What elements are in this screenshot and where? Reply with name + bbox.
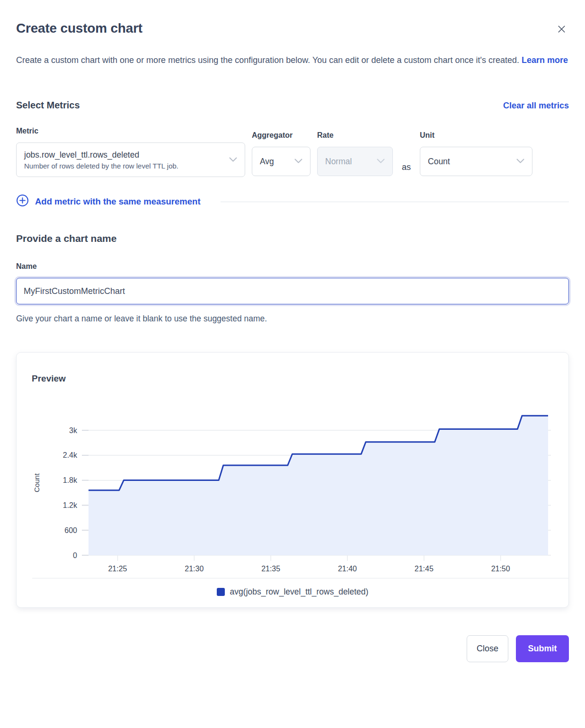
- svg-text:21:45: 21:45: [415, 565, 434, 573]
- aggregator-field-column: Aggregator Avg: [252, 127, 310, 176]
- close-button[interactable]: [554, 22, 569, 38]
- svg-text:21:50: 21:50: [491, 565, 510, 573]
- aggregator-select[interactable]: Avg: [252, 147, 310, 176]
- clear-all-metrics-link[interactable]: Clear all metrics: [503, 101, 569, 111]
- svg-text:1.8k: 1.8k: [63, 476, 78, 484]
- unit-field-column: Unit Count: [420, 127, 532, 176]
- close-modal-button[interactable]: Close: [467, 635, 508, 662]
- chart-legend: avg(jobs_row_level_ttl_rows_deleted): [32, 587, 553, 607]
- modal-header: Create custom chart: [16, 21, 569, 38]
- unit-select-value: Count: [428, 157, 450, 167]
- preview-chart: 06001.2k1.8k2.4k3k21:2521:3021:3521:4021…: [32, 390, 554, 576]
- plus-circle-icon: [16, 194, 29, 209]
- close-icon: [556, 29, 567, 36]
- rate-label: Rate: [317, 131, 393, 140]
- svg-text:21:25: 21:25: [108, 565, 127, 573]
- metric-select[interactable]: jobs.row_level_ttl.rows_deleted Number o…: [16, 142, 245, 177]
- unit-label: Unit: [420, 131, 532, 140]
- legend-divider: [32, 578, 568, 578]
- metric-select-value: jobs.row_level_ttl.rows_deleted: [24, 150, 178, 160]
- aggregator-select-value: Avg: [260, 157, 274, 167]
- add-metric-row: Add metric with the same measurement: [16, 194, 569, 209]
- name-helper-text: Give your chart a name or leave it blank…: [16, 314, 569, 324]
- modal-footer: Close Submit: [16, 635, 569, 662]
- preview-card: Preview 06001.2k1.8k2.4k3k21:2521:3021:3…: [16, 352, 569, 608]
- svg-text:3k: 3k: [69, 426, 78, 435]
- as-label: as: [402, 162, 411, 172]
- rate-select-disabled: Normal: [317, 147, 393, 176]
- svg-text:1.2k: 1.2k: [63, 501, 78, 509]
- chart-name-input[interactable]: [16, 278, 569, 304]
- preview-heading: Preview: [32, 373, 553, 384]
- metrics-config-row: Metric jobs.row_level_ttl.rows_deleted N…: [16, 127, 569, 177]
- modal-description: Create a custom chart with one or more m…: [16, 51, 569, 70]
- svg-text:600: 600: [64, 526, 77, 534]
- description-text: Create a custom chart with one or more m…: [16, 55, 519, 65]
- metric-label: Metric: [16, 127, 245, 135]
- chevron-down-icon: [229, 156, 237, 164]
- metric-select-description: Number of rows deleted by the row level …: [24, 162, 178, 170]
- select-metrics-header: Select Metrics Clear all metrics: [16, 100, 569, 111]
- rate-select-value: Normal: [325, 157, 352, 167]
- learn-more-link[interactable]: Learn more: [522, 55, 568, 65]
- create-custom-chart-modal: Create custom chart Create a custom char…: [0, 0, 585, 728]
- svg-text:0: 0: [73, 551, 77, 559]
- chart-name-heading: Provide a chart name: [16, 233, 569, 244]
- submit-button[interactable]: Submit: [516, 635, 569, 662]
- aggregator-label: Aggregator: [252, 131, 310, 140]
- svg-text:21:40: 21:40: [338, 565, 357, 573]
- legend-label: avg(jobs_row_level_ttl_rows_deleted): [230, 587, 369, 597]
- chevron-down-icon: [516, 157, 524, 166]
- select-metrics-heading: Select Metrics: [16, 100, 80, 111]
- add-metric-link[interactable]: Add metric with the same measurement: [16, 194, 201, 209]
- chevron-down-icon: [377, 157, 385, 166]
- svg-text:21:35: 21:35: [261, 565, 280, 573]
- unit-select[interactable]: Count: [420, 147, 532, 176]
- y-axis-label: Count: [33, 473, 41, 492]
- chevron-down-icon: [294, 157, 302, 166]
- name-label: Name: [16, 262, 569, 271]
- add-metric-label: Add metric with the same measurement: [35, 196, 201, 207]
- metric-field-column: Metric jobs.row_level_ttl.rows_deleted N…: [16, 127, 245, 177]
- rate-field-column: Rate Normal: [317, 127, 393, 176]
- divider: [221, 202, 569, 202]
- svg-text:2.4k: 2.4k: [63, 451, 78, 459]
- page-title: Create custom chart: [16, 21, 142, 36]
- legend-swatch: [217, 588, 225, 596]
- svg-text:21:30: 21:30: [185, 565, 204, 573]
